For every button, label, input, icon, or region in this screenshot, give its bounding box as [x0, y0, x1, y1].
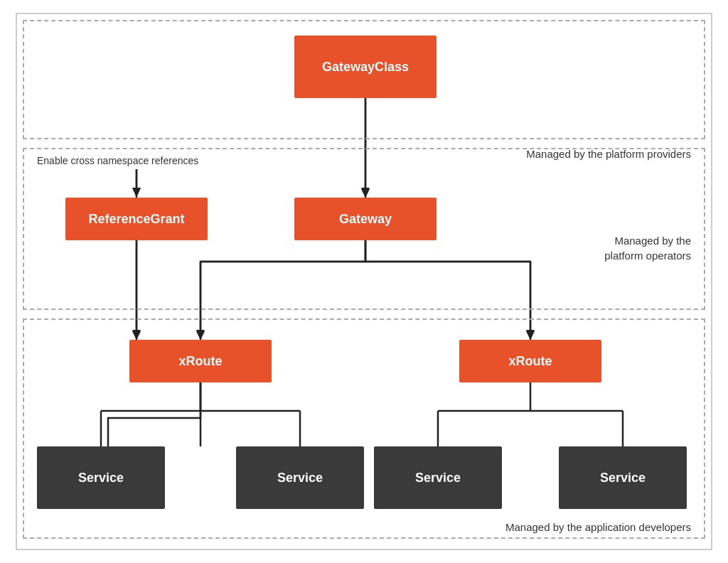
- label-platform-providers: Managed by the platform providers: [526, 148, 691, 160]
- service-2-box: Service: [236, 446, 364, 509]
- xroute-right-box: xRoute: [459, 340, 601, 382]
- service-3-box: Service: [374, 446, 502, 509]
- gateway-box: Gateway: [294, 198, 437, 240]
- service-1-box: Service: [37, 446, 165, 509]
- label-app-developers: Managed by the application developers: [505, 521, 691, 533]
- reference-grant-box: ReferenceGrant: [65, 198, 208, 240]
- label-platform-operators: Managed by the platform operators: [604, 233, 691, 263]
- diagram-wrapper: Managed by the platform providers Manage…: [16, 13, 712, 550]
- service-4-box: Service: [559, 446, 687, 509]
- xroute-left-box: xRoute: [129, 340, 272, 382]
- label-cross-namespace: Enable cross namespace references: [37, 155, 198, 166]
- gateway-class-box: GatewayClass: [294, 36, 437, 98]
